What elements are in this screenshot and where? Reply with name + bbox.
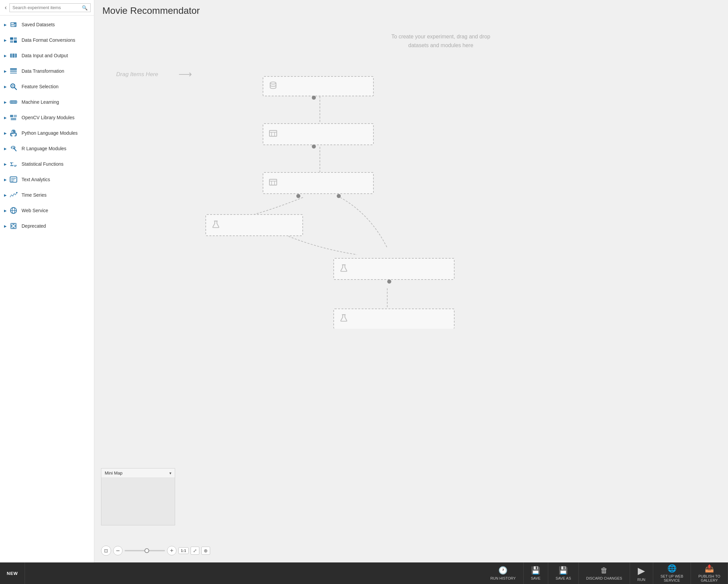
save-as-button[interactable]: 💾 SAVE AS	[548, 562, 579, 584]
sidebar-item-data-io[interactable]: ▶ Data Input and Output	[0, 48, 94, 63]
save-label: SAVE	[531, 576, 541, 580]
save-button[interactable]: 💾 SAVE	[524, 562, 548, 584]
drag-label: Drag Items Here	[116, 71, 158, 78]
discard-icon: 🗑	[600, 566, 608, 575]
search-icon: 🔍	[82, 5, 87, 10]
sidebar-item-statistical[interactable]: ▶ Σ Statistical Functions	[0, 156, 94, 172]
feature-selection-icon	[9, 82, 18, 91]
back-button[interactable]: ‹	[3, 3, 8, 12]
canvas-main[interactable]: To create your experiment, drag and drop…	[94, 19, 728, 562]
svg-rect-53	[269, 179, 277, 185]
machine-learning-icon	[9, 97, 18, 107]
new-button[interactable]: NEW	[0, 562, 25, 584]
toolbar-spacer	[25, 562, 483, 584]
sidebar-item-time-series[interactable]: ▶ Time Series	[0, 187, 94, 203]
zoom-in-button[interactable]: +	[167, 546, 177, 555]
sidebar-item-web-service[interactable]: ▶ Web Service	[0, 203, 94, 218]
mini-map-title: Mini Map	[105, 471, 123, 476]
svg-rect-5	[14, 37, 17, 40]
sidebar-item-opencv[interactable]: ▶ OpenCV Library Modules	[0, 110, 94, 125]
expand-arrow: ▶	[4, 39, 7, 42]
data-io-label: Data Input and Output	[22, 53, 68, 58]
web-service-label: Web Service	[22, 208, 48, 213]
saved-datasets-icon	[9, 20, 18, 29]
svg-rect-17	[10, 101, 17, 103]
zoom-slider[interactable]	[125, 550, 165, 551]
svg-rect-24	[14, 115, 17, 117]
publish-icon: 📤	[705, 564, 714, 573]
node-5-output[interactable]	[387, 280, 391, 284]
svg-rect-25	[11, 118, 16, 120]
run-button[interactable]: ▶ RUN	[630, 562, 653, 584]
svg-rect-3	[11, 26, 15, 26]
zoom-slider-thumb[interactable]	[145, 548, 149, 553]
flask3-icon	[339, 313, 348, 324]
expand-arrow: ▶	[4, 131, 7, 135]
sidebar-item-python[interactable]: ▶ Python Language Modules	[0, 125, 94, 141]
node-5[interactable]	[333, 258, 454, 280]
zoom-out-button[interactable]: −	[113, 546, 123, 555]
bottom-toolbar: NEW 🕐 RUN HISTORY 💾 SAVE 💾 SAVE AS 🗑 DIS…	[0, 562, 728, 584]
save-as-icon: 💾	[558, 566, 568, 575]
expand-arrow: ▶	[4, 23, 7, 27]
sidebar-item-data-transform[interactable]: ▶ Data Transformation	[0, 63, 94, 79]
node-2-output[interactable]	[312, 145, 316, 149]
expand-arrow: ▶	[4, 178, 7, 181]
run-history-icon: 🕐	[498, 566, 508, 575]
svg-rect-2	[11, 25, 16, 25]
search-input[interactable]	[12, 5, 82, 10]
node-3-output-right[interactable]	[337, 194, 341, 198]
svg-line-30	[14, 148, 16, 151]
data-transform-label: Data Transformation	[22, 68, 64, 74]
database-icon	[269, 81, 278, 92]
expand-arrow: ▶	[4, 69, 7, 73]
sidebar-item-deprecated[interactable]: ▶ Deprecated	[0, 218, 94, 234]
opencv-label: OpenCV Library Modules	[22, 115, 74, 120]
node-2[interactable]	[263, 123, 374, 145]
publish-button[interactable]: 📤 PUBLISH TO GALLERY	[691, 562, 728, 584]
node-1[interactable]	[263, 76, 374, 96]
machine-learning-label: Machine Learning	[22, 99, 59, 105]
setup-web-button[interactable]: 🌐 SET UP WEB SERVICE	[653, 562, 691, 584]
zoom-move-button[interactable]: ⊕	[201, 547, 210, 555]
svg-rect-23	[10, 115, 13, 117]
svg-rect-1	[11, 23, 14, 24]
opencv-icon	[9, 113, 18, 122]
mini-map-dropdown[interactable]: ▾	[170, 471, 172, 476]
svg-rect-49	[269, 130, 277, 136]
node-3-output-left[interactable]	[296, 194, 301, 198]
python-label: Python Language Modules	[22, 130, 78, 136]
node-6[interactable]	[333, 308, 454, 329]
deprecated-icon	[9, 221, 18, 231]
expand-arrow: ▶	[4, 162, 7, 166]
table2-icon	[269, 178, 278, 188]
discard-button[interactable]: 🗑 DISCARD CHANGES	[579, 562, 630, 584]
node-4[interactable]	[205, 214, 303, 236]
svg-point-38	[16, 192, 18, 193]
zoom-controls: ⊡ − + 1:1 ⤢ ⊕	[101, 545, 210, 556]
run-history-label: RUN HISTORY	[490, 576, 516, 580]
svg-rect-8	[10, 54, 17, 58]
sidebar-item-saved-datasets[interactable]: ▶ Saved Datasets	[0, 17, 94, 32]
svg-rect-11	[10, 68, 17, 70]
run-label: RUN	[638, 578, 646, 582]
node-1-output[interactable]	[312, 96, 316, 100]
sidebar-item-machine-learning[interactable]: ▶ Machine Learning	[0, 94, 94, 110]
sidebar-item-feature-selection[interactable]: ▶ Feature Selection	[0, 79, 94, 94]
zoom-fit-button[interactable]: 1:1	[179, 547, 188, 554]
sidebar-header: ‹ 🔍	[0, 0, 94, 16]
flask-icon	[211, 220, 220, 231]
sidebar-item-text-analytics[interactable]: ▶ Text Analytics	[0, 172, 94, 187]
run-history-button[interactable]: 🕐 RUN HISTORY	[483, 562, 523, 584]
sidebar: ‹ 🔍 ▶ Saved Datasets ▶ Data Fo	[0, 0, 94, 562]
zoom-expand-button[interactable]: ⤢	[190, 547, 199, 555]
saved-datasets-label: Saved Datasets	[22, 22, 55, 27]
canvas-hint: To create your experiment, drag and drop…	[391, 32, 490, 50]
publish-label: PUBLISH TO GALLERY	[698, 574, 720, 582]
svg-rect-4	[10, 37, 13, 40]
sidebar-item-data-format[interactable]: ▶ Data Format Conversions	[0, 32, 94, 48]
fit-view-button[interactable]: ⊡	[101, 545, 111, 556]
deprecated-label: Deprecated	[22, 223, 46, 229]
node-3[interactable]	[263, 172, 374, 194]
sidebar-item-r-language[interactable]: ▶ R R Language Modules	[0, 141, 94, 156]
